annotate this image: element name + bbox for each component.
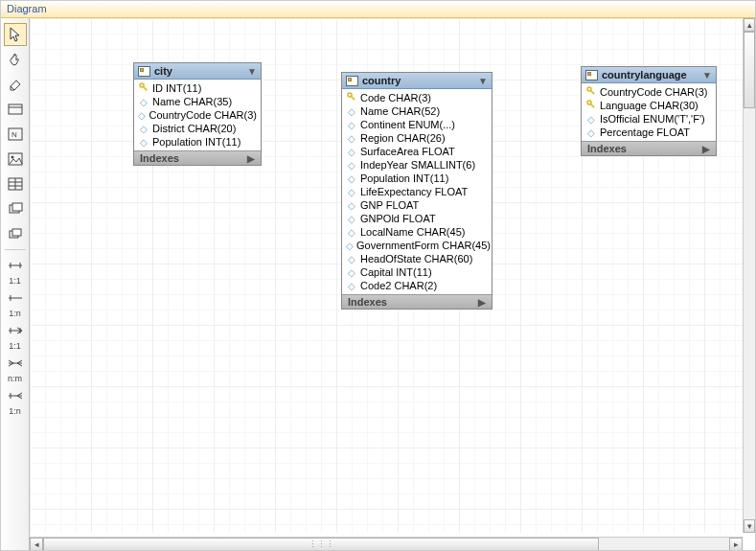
diamond-icon: ◇ bbox=[346, 120, 357, 130]
hand-tool[interactable] bbox=[4, 48, 27, 71]
scroll-up-arrow[interactable]: ▴ bbox=[744, 18, 755, 32]
diagram-canvas[interactable]: city▼ID INT(11)◇Name CHAR(35)◇CountryCod… bbox=[30, 18, 744, 533]
entity-title: country bbox=[362, 75, 401, 86]
entity-footer[interactable]: Indexes▶ bbox=[134, 150, 261, 165]
column-row[interactable]: ◇Region CHAR(26) bbox=[342, 131, 492, 145]
entity-header[interactable]: city▼ bbox=[134, 63, 261, 80]
layer-tool[interactable] bbox=[4, 98, 27, 121]
collapse-icon[interactable]: ▼ bbox=[478, 76, 488, 86]
note-tool[interactable]: N bbox=[4, 123, 27, 146]
column-text: HeadOfState CHAR(60) bbox=[360, 253, 472, 264]
diamond-icon: ◇ bbox=[346, 241, 354, 251]
expand-icon[interactable]: ▶ bbox=[702, 144, 710, 154]
pointer-tool[interactable] bbox=[4, 23, 27, 46]
svg-rect-1 bbox=[9, 104, 22, 114]
expand-icon[interactable]: ▶ bbox=[478, 297, 486, 308]
diamond-icon: ◇ bbox=[346, 254, 357, 264]
svg-point-29 bbox=[348, 93, 352, 97]
svg-point-6 bbox=[11, 156, 13, 159]
key-icon bbox=[585, 86, 597, 98]
svg-point-32 bbox=[587, 87, 591, 91]
window-title: Diagram bbox=[7, 3, 47, 14]
column-row[interactable]: ◇Name CHAR(35) bbox=[134, 95, 261, 108]
column-text: GovernmentForm CHAR(45) bbox=[356, 240, 491, 251]
view2-tool[interactable] bbox=[4, 222, 27, 245]
view1-tool[interactable] bbox=[4, 197, 27, 220]
svg-line-0 bbox=[11, 86, 14, 90]
column-row[interactable]: ◇Capital INT(11) bbox=[342, 265, 492, 279]
diamond-icon: ◇ bbox=[346, 227, 357, 238]
vertical-scroll-thumb[interactable] bbox=[744, 32, 755, 108]
table-icon bbox=[346, 76, 358, 86]
scroll-down-arrow[interactable]: ▾ bbox=[744, 519, 755, 533]
collapse-icon[interactable]: ▼ bbox=[702, 70, 712, 80]
diamond-icon: ◇ bbox=[346, 214, 357, 224]
entity-footer[interactable]: Indexes▶ bbox=[582, 141, 716, 155]
collapse-icon[interactable]: ▼ bbox=[247, 66, 257, 77]
entity-table-countrylanguage[interactable]: countrylanguage▼CountryCode CHAR(3)Langu… bbox=[581, 66, 717, 156]
column-row[interactable]: ◇Population INT(11) bbox=[342, 172, 492, 185]
relation-1-n-id-label: 1:n bbox=[9, 406, 21, 416]
left-toolbar: N 1:1 1:n 1:1 n:m 1:n bbox=[1, 18, 30, 551]
image-tool[interactable] bbox=[4, 148, 27, 171]
column-text: GNPOld FLOAT bbox=[360, 213, 436, 224]
column-row[interactable]: ◇GNP FLOAT bbox=[342, 198, 492, 212]
horizontal-scroll-thumb[interactable]: ⋮⋮⋮ bbox=[43, 538, 599, 551]
expand-icon[interactable]: ▶ bbox=[247, 153, 255, 164]
column-row[interactable]: ◇LocalName CHAR(45) bbox=[342, 225, 492, 239]
entity-footer[interactable]: Indexes▶ bbox=[342, 294, 492, 309]
column-text: Name CHAR(52) bbox=[360, 105, 440, 117]
column-row[interactable]: ◇HeadOfState CHAR(60) bbox=[342, 252, 492, 265]
column-row[interactable]: CountryCode CHAR(3) bbox=[582, 85, 716, 99]
entity-header[interactable]: country▼ bbox=[342, 73, 492, 89]
column-text: IsOfficial ENUM('T','F') bbox=[600, 113, 705, 125]
key-icon bbox=[346, 92, 357, 103]
entity-header[interactable]: countrylanguage▼ bbox=[582, 67, 716, 83]
diamond-icon: ◇ bbox=[346, 173, 357, 184]
eraser-tool[interactable] bbox=[4, 73, 27, 96]
column-row[interactable]: ◇District CHAR(20) bbox=[134, 122, 261, 135]
footer-label: Indexes bbox=[140, 152, 179, 164]
column-text: District CHAR(20) bbox=[152, 123, 236, 134]
scroll-left-arrow[interactable]: ◂ bbox=[30, 538, 43, 551]
column-text: LocalName CHAR(45) bbox=[360, 226, 465, 238]
main-area: N 1:1 1:n 1:1 n:m 1:n city▼ID INT(11)◇Na… bbox=[1, 18, 755, 551]
entity-columns: Code CHAR(3)◇Name CHAR(52)◇Continent ENU… bbox=[342, 89, 492, 294]
column-text: CountryCode CHAR(3) bbox=[149, 109, 257, 121]
svg-rect-14 bbox=[12, 229, 21, 236]
scroll-right-arrow[interactable]: ▸ bbox=[729, 538, 743, 551]
footer-label: Indexes bbox=[348, 296, 387, 308]
column-row[interactable]: ◇GNPOld FLOAT bbox=[342, 212, 492, 225]
column-text: Code2 CHAR(2) bbox=[360, 280, 437, 291]
relation-1-1-tool[interactable] bbox=[4, 254, 27, 277]
diamond-icon: ◇ bbox=[346, 267, 357, 278]
column-row[interactable]: ◇Code2 CHAR(2) bbox=[342, 279, 492, 292]
column-row[interactable]: Language CHAR(30) bbox=[582, 99, 716, 112]
column-row[interactable]: Code CHAR(3) bbox=[342, 91, 492, 104]
diamond-icon: ◇ bbox=[346, 187, 357, 197]
column-row[interactable]: ◇Percentage FLOAT bbox=[582, 126, 716, 139]
column-row[interactable]: ◇GovernmentForm CHAR(45) bbox=[342, 239, 492, 252]
column-row[interactable]: ◇CountryCode CHAR(3) bbox=[134, 108, 261, 122]
table-tool[interactable] bbox=[4, 172, 27, 195]
relation-1-n-id-tool[interactable] bbox=[4, 384, 27, 407]
entity-table-city[interactable]: city▼ID INT(11)◇Name CHAR(35)◇CountryCod… bbox=[133, 62, 262, 166]
svg-line-28 bbox=[146, 89, 147, 90]
diamond-icon: ◇ bbox=[585, 114, 597, 125]
entity-table-country[interactable]: country▼Code CHAR(3)◇Name CHAR(52)◇Conti… bbox=[341, 72, 493, 310]
horizontal-scrollbar[interactable]: ◂ ⋮⋮⋮ ▸ bbox=[30, 537, 743, 551]
column-row[interactable]: ◇LifeExpectancy FLOAT bbox=[342, 185, 492, 198]
column-row[interactable]: ◇Population INT(11) bbox=[134, 135, 261, 149]
entity-columns: CountryCode CHAR(3)Language CHAR(30)◇IsO… bbox=[582, 83, 716, 141]
relation-1-1-id-tool[interactable] bbox=[4, 319, 27, 342]
relation-1-n-tool[interactable] bbox=[4, 287, 27, 310]
column-row[interactable]: ID INT(11) bbox=[134, 81, 261, 95]
vertical-scrollbar[interactable]: ▴ ▾ bbox=[743, 18, 755, 533]
column-row[interactable]: ◇Name CHAR(52) bbox=[342, 104, 492, 118]
relation-1-1-id-label: 1:1 bbox=[9, 341, 21, 351]
column-row[interactable]: ◇IndepYear SMALLINT(6) bbox=[342, 158, 492, 172]
relation-n-m-tool[interactable] bbox=[4, 352, 27, 375]
column-row[interactable]: ◇IsOfficial ENUM('T','F') bbox=[582, 112, 716, 126]
column-row[interactable]: ◇SurfaceArea FLOAT bbox=[342, 145, 492, 158]
column-row[interactable]: ◇Continent ENUM(...) bbox=[342, 118, 492, 131]
